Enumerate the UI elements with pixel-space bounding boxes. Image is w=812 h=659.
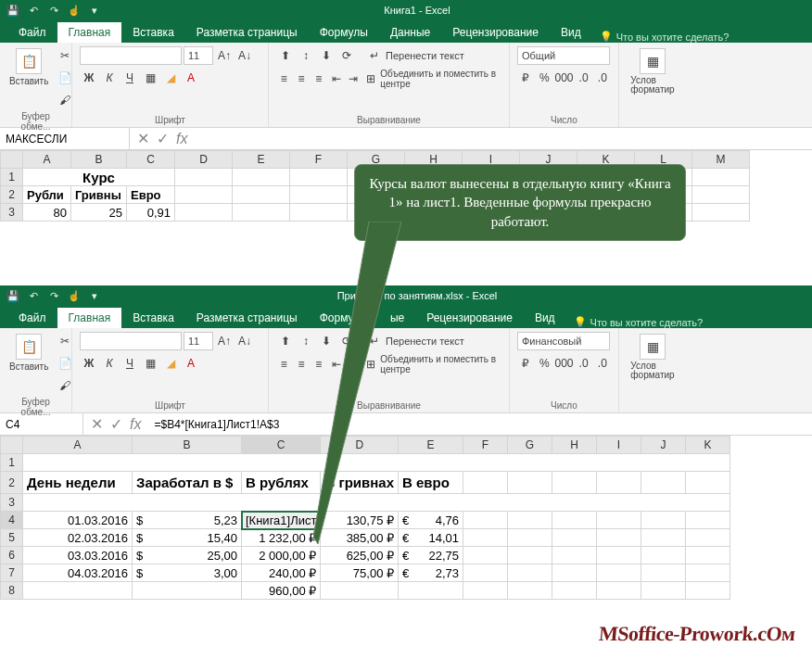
tab-file[interactable]: Файл — [7, 308, 57, 328]
paste-button[interactable]: 📋 Вставить — [7, 46, 50, 88]
cell[interactable]: $15,40 — [133, 529, 242, 547]
font-color-icon[interactable]: A — [182, 354, 200, 373]
formula-input[interactable] — [154, 418, 806, 431]
tab-review[interactable]: Рецензирование — [415, 308, 524, 328]
cell[interactable]: 80 — [23, 204, 71, 222]
cancel-formula-icon[interactable]: ✕ — [137, 130, 149, 147]
col-header[interactable]: F — [463, 437, 508, 454]
underline-button[interactable]: Ч — [121, 354, 139, 373]
cell[interactable] — [552, 564, 597, 582]
tab-home[interactable]: Главная — [57, 22, 122, 43]
currency-icon[interactable]: ₽ — [517, 354, 534, 373]
bold-button[interactable]: Ж — [80, 354, 98, 373]
cell[interactable] — [133, 582, 242, 600]
cancel-formula-icon[interactable]: ✕ — [91, 415, 103, 433]
select-all-corner[interactable] — [1, 151, 23, 169]
col-header[interactable]: E — [233, 151, 290, 169]
italic-button[interactable]: К — [100, 354, 119, 373]
currency-icon[interactable]: ₽ — [517, 69, 534, 87]
tab-home[interactable]: Главная — [57, 308, 122, 328]
decrease-font-icon[interactable]: A↓ — [235, 46, 254, 65]
qat-more-icon[interactable]: ▾ — [87, 288, 102, 303]
cell[interactable] — [552, 529, 597, 547]
cell[interactable] — [508, 529, 552, 547]
cell[interactable] — [597, 512, 641, 529]
redo-icon[interactable]: ↷ — [46, 3, 61, 18]
number-format-combo[interactable]: Финансовый — [517, 332, 610, 350]
font-size-combo[interactable]: 11 — [184, 332, 213, 350]
cell[interactable] — [508, 564, 552, 582]
cell[interactable] — [508, 582, 552, 600]
select-all-corner[interactable] — [1, 437, 23, 454]
font-size-combo[interactable]: 11 — [184, 46, 213, 65]
align-top-icon[interactable]: ⬆ — [276, 332, 295, 350]
cell[interactable]: 75,00 ₽ — [321, 564, 399, 582]
underline-button[interactable]: Ч — [121, 69, 139, 87]
cell[interactable]: Заработал в $ — [133, 472, 242, 494]
increase-decimal-icon[interactable]: .0 — [576, 354, 592, 373]
cell[interactable]: 01.03.2016 — [23, 512, 133, 529]
cell[interactable] — [686, 547, 730, 564]
touch-mode-icon[interactable]: ☝ — [67, 288, 82, 303]
cell[interactable] — [641, 582, 686, 600]
border-icon[interactable]: ▦ — [141, 354, 159, 373]
align-top-icon[interactable]: ⬆ — [276, 46, 295, 65]
cell[interactable]: Гривны — [71, 186, 127, 204]
cell[interactable] — [463, 512, 508, 529]
col-header[interactable]: C — [127, 151, 175, 169]
cell[interactable] — [686, 564, 730, 582]
font-family-combo[interactable] — [80, 332, 182, 350]
tab-page-layout[interactable]: Разметка страницы — [185, 308, 309, 328]
qat-more-icon[interactable]: ▾ — [87, 3, 102, 18]
cell[interactable] — [399, 582, 463, 600]
align-bottom-icon[interactable]: ⬇ — [317, 46, 336, 65]
cell[interactable]: €2,73 — [399, 564, 463, 582]
cell[interactable] — [508, 512, 552, 529]
col-header[interactable]: J — [641, 437, 686, 454]
name-box[interactable] — [0, 413, 83, 435]
tab-insert[interactable]: Вставка — [121, 308, 185, 328]
row-header[interactable]: 2 — [1, 472, 23, 494]
cell[interactable] — [597, 529, 641, 547]
tab-formulas[interactable]: Формулы — [309, 22, 379, 43]
align-left-icon[interactable]: ≡ — [276, 355, 292, 374]
conditional-formatting-button[interactable]: ▦ Услов форматир — [627, 46, 679, 96]
cell[interactable] — [597, 547, 641, 564]
cell[interactable]: Курс — [23, 169, 175, 186]
cell[interactable]: [Книга1]Лист — [242, 512, 321, 529]
font-family-combo[interactable] — [80, 46, 182, 65]
undo-icon[interactable]: ↶ — [26, 3, 41, 18]
row-header[interactable]: 8 — [1, 582, 23, 600]
cell[interactable]: €4,76 — [399, 512, 463, 529]
cell[interactable] — [23, 582, 133, 600]
row-header[interactable]: 6 — [1, 547, 23, 564]
row-header[interactable]: 4 — [1, 512, 23, 529]
cell[interactable]: День недели — [23, 472, 133, 494]
cell[interactable]: 1 232,00 ₽ — [242, 529, 321, 547]
cell[interactable] — [552, 512, 597, 529]
cell[interactable] — [463, 529, 508, 547]
thousands-icon[interactable]: 000 — [555, 354, 574, 373]
decrease-indent-icon[interactable]: ⇤ — [328, 70, 344, 88]
cell[interactable] — [641, 564, 686, 582]
col-header[interactable]: K — [686, 437, 730, 454]
col-header[interactable]: C — [242, 437, 321, 454]
cell[interactable] — [463, 564, 508, 582]
cell[interactable]: 03.03.2016 — [23, 547, 133, 564]
col-header[interactable]: A — [23, 151, 71, 169]
font-color-icon[interactable]: A — [182, 69, 200, 87]
cell[interactable]: €22,75 — [399, 547, 463, 564]
number-format-combo[interactable]: Общий — [517, 46, 610, 65]
enter-formula-icon[interactable]: ✓ — [110, 415, 122, 433]
name-box-input[interactable] — [6, 133, 123, 146]
row-header[interactable]: 3 — [1, 494, 23, 512]
increase-decimal-icon[interactable]: .0 — [576, 69, 592, 87]
tab-page-layout[interactable]: Разметка страницы — [185, 22, 309, 43]
percent-icon[interactable]: % — [536, 69, 552, 87]
cell[interactable] — [552, 547, 597, 564]
col-header[interactable]: E — [399, 437, 463, 454]
tab-view[interactable]: Вид — [524, 308, 566, 328]
fill-color-icon[interactable]: ◢ — [161, 354, 180, 373]
cell[interactable] — [508, 547, 552, 564]
cell[interactable]: В рублях — [242, 472, 321, 494]
